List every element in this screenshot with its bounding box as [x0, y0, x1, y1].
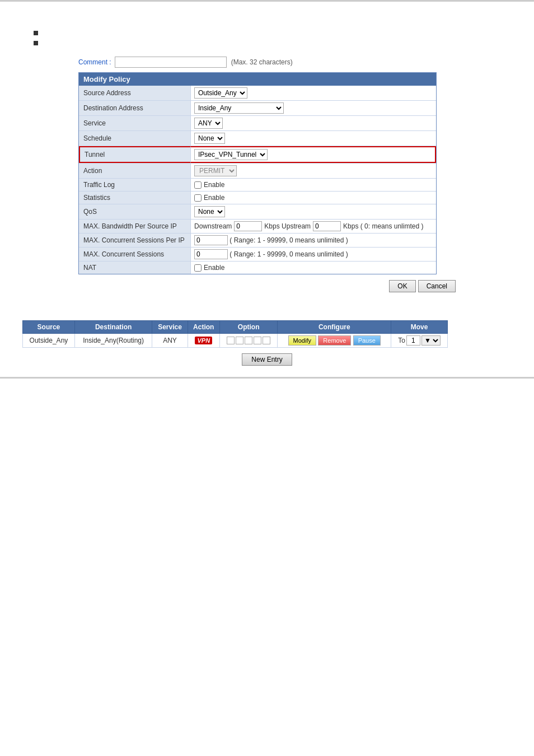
- value-tunnel: IPsec_VPN_Tunnel: [191, 146, 436, 163]
- statistics-enable-label: Enable: [204, 194, 224, 202]
- new-entry-button[interactable]: New Entry: [242, 353, 292, 366]
- cell-destination: Inside_Any(Routing): [74, 334, 152, 348]
- select-destination-address[interactable]: Inside_Any: [194, 102, 284, 114]
- cell-source: Outside_Any: [23, 334, 75, 348]
- opt-cell-1: [227, 337, 235, 344]
- select-action[interactable]: PERMIT: [194, 165, 237, 176]
- row-bandwidth: MAX. Bandwidth Per Source IP Downstream …: [79, 220, 436, 234]
- label-traffic-log: Traffic Log: [79, 179, 191, 191]
- checkbox-traffic-log[interactable]: [194, 181, 202, 189]
- policy-list-row: Outside_Any Inside_Any(Routing) ANY VPN: [23, 334, 448, 348]
- nat-enable-label: Enable: [204, 264, 224, 272]
- remove-button[interactable]: Remove: [318, 335, 351, 346]
- cancel-button[interactable]: Cancel: [418, 280, 456, 292]
- comment-hint: (Max. 32 characters): [231, 58, 293, 66]
- select-tunnel[interactable]: IPsec_VPN_Tunnel: [194, 149, 268, 160]
- label-bandwidth: MAX. Bandwidth Per Source IP: [79, 220, 191, 233]
- select-service[interactable]: ANY: [194, 118, 223, 129]
- col-configure: Configure: [278, 321, 391, 334]
- value-bandwidth: Downstream Kbps Upstream Kbps ( 0: means…: [191, 220, 436, 233]
- move-cell: To ▼: [395, 335, 444, 346]
- hint-concurrent-sessions: ( Range: 1 - 99999, 0 means unlimited ): [228, 250, 348, 258]
- vpn-badge: VPN: [195, 337, 212, 344]
- select-source-address[interactable]: Outside_Any: [194, 87, 247, 99]
- bullet-square-2: [34, 41, 38, 45]
- form-buttons: OK Cancel: [22, 280, 456, 292]
- row-source-address: Source Address Outside_Any: [79, 86, 436, 101]
- value-schedule: None: [191, 131, 436, 146]
- label-schedule: Schedule: [79, 131, 191, 146]
- col-source: Source: [23, 321, 75, 334]
- col-destination: Destination: [74, 321, 152, 334]
- label-source-address: Source Address: [79, 86, 191, 100]
- select-qos[interactable]: None: [194, 206, 225, 217]
- downstream-input[interactable]: [234, 221, 262, 231]
- value-concurrent-per-ip: ( Range: 1 - 99999, 0 means unlimited ): [191, 234, 436, 247]
- modify-policy-header: Modify Policy: [79, 73, 437, 86]
- value-service: ANY: [191, 116, 436, 130]
- downstream-label: Downstream: [194, 222, 232, 230]
- cell-option: [219, 334, 277, 348]
- bullet-list: [34, 30, 512, 45]
- move-select[interactable]: ▼: [421, 335, 441, 346]
- opt-cell-2: [236, 337, 243, 344]
- label-qos: QoS: [79, 204, 191, 219]
- value-nat: Enable: [191, 262, 436, 274]
- cell-service: ANY: [152, 334, 188, 348]
- modify-policy-table: Modify Policy Source Address Outside_Any…: [78, 72, 437, 274]
- upstream-input[interactable]: [313, 221, 341, 231]
- col-action: Action: [188, 321, 219, 334]
- row-destination-address: Destination Address Inside_Any: [79, 101, 436, 116]
- move-input[interactable]: [406, 335, 420, 346]
- row-qos: QoS None: [79, 204, 436, 220]
- col-move: Move: [391, 321, 448, 334]
- cell-move: To ▼: [391, 334, 448, 348]
- row-tunnel: Tunnel IPsec_VPN_Tunnel: [79, 146, 436, 164]
- new-entry-wrapper: New Entry: [22, 353, 512, 366]
- value-qos: None: [191, 204, 436, 219]
- input-concurrent-per-ip[interactable]: [194, 235, 228, 245]
- bullet-square-1: [34, 31, 38, 35]
- row-concurrent-sessions: MAX. Concurrent Sessions ( Range: 1 - 99…: [79, 248, 436, 262]
- move-to-label: To: [398, 337, 405, 344]
- opt-cell-3: [245, 337, 252, 344]
- label-nat: NAT: [79, 262, 191, 274]
- value-source-address: Outside_Any: [191, 86, 436, 100]
- kbps-suffix: Kbps ( 0: means unlimted ): [343, 222, 423, 230]
- bandwidth-row: Downstream Kbps Upstream Kbps ( 0: means…: [194, 221, 423, 231]
- col-option: Option: [219, 321, 277, 334]
- value-statistics: Enable: [191, 192, 436, 204]
- top-border: [0, 0, 534, 2]
- bullet-item-1: [34, 30, 512, 35]
- content-area: Comment : (Max. 32 characters) Modify Po…: [0, 13, 534, 309]
- pause-button[interactable]: Pause: [353, 335, 381, 346]
- page-wrapper: Comment : (Max. 32 characters) Modify Po…: [0, 0, 534, 756]
- input-concurrent-sessions[interactable]: [194, 249, 228, 259]
- row-schedule: Schedule None: [79, 131, 436, 146]
- row-nat: NAT Enable: [79, 262, 436, 274]
- policy-list-wrapper: Source Destination Service Action Option…: [22, 320, 512, 366]
- traffic-log-enable-label: Enable: [204, 181, 224, 189]
- checkbox-nat[interactable]: [194, 264, 202, 272]
- row-traffic-log: Traffic Log Enable: [79, 179, 436, 192]
- comment-label: Comment :: [78, 58, 111, 66]
- ok-button[interactable]: OK: [389, 280, 415, 292]
- policy-list-table: Source Destination Service Action Option…: [22, 320, 448, 348]
- comment-input[interactable]: [115, 57, 227, 68]
- hint-concurrent-per-ip: ( Range: 1 - 99999, 0 means unlimited ): [228, 236, 348, 244]
- select-schedule[interactable]: None: [194, 133, 225, 144]
- bottom-border: [0, 377, 534, 379]
- value-destination-address: Inside_Any: [191, 101, 436, 115]
- bullet-item-2: [34, 40, 512, 45]
- value-action: PERMIT: [191, 164, 436, 178]
- opt-cell-4: [254, 337, 261, 344]
- value-concurrent-sessions: ( Range: 1 - 99999, 0 means unlimited ): [191, 248, 436, 261]
- label-statistics: Statistics: [79, 192, 191, 204]
- checkbox-statistics[interactable]: [194, 194, 202, 202]
- row-statistics: Statistics Enable: [79, 192, 436, 204]
- modify-button[interactable]: Modify: [288, 335, 316, 346]
- label-concurrent-per-ip: MAX. Concurrent Sessions Per IP: [79, 234, 191, 247]
- cell-configure: Modify Remove Pause: [278, 334, 391, 348]
- row-action: Action PERMIT: [79, 164, 436, 179]
- kbps-upstream-label: Kbps Upstream: [264, 222, 311, 230]
